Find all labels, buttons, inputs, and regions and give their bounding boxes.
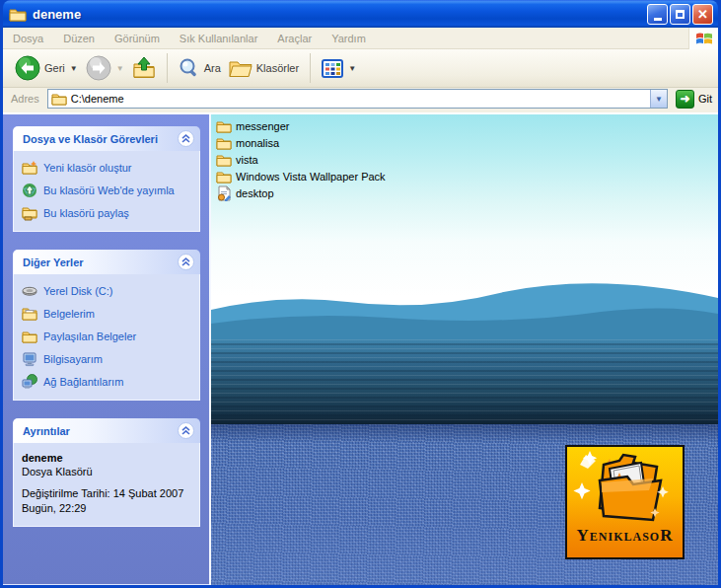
title-bar: deneme ✕ [3,0,718,28]
task-label: Bu klasörü paylaş [43,207,129,219]
address-bar: Adres C:\deneme ▼ ➜ Git [3,88,718,113]
place-my-documents[interactable]: Belgelerim [22,306,191,322]
file-name: messenger [236,120,289,132]
panel-title: Dosya ve Klasör Görevleri [23,133,158,145]
menu-yardim[interactable]: Yardım [322,33,376,44]
forward-dropdown-icon: ▼ [116,64,124,73]
shared-documents-icon [22,329,37,344]
ini-file-icon [216,185,232,201]
panel-title: Ayrıntılar [23,425,70,437]
folders-icon [229,57,252,79]
search-icon [179,57,200,79]
place-shared-documents[interactable]: Paylaşılan Belgeler [22,329,191,344]
details-modified-date: Değiştirilme Tarihi: 14 Şubat 2007 Bugün… [22,486,191,516]
task-label: Yeni klasör oluştur [43,162,131,174]
close-icon: ✕ [697,8,708,21]
panel-file-folder-tasks: Dosya ve Klasör Görevleri Yeni klasör ol… [13,126,200,232]
panel-title: Diğer Yerler [23,257,84,268]
folder-icon [216,169,232,184]
go-button[interactable]: ➜ Git [676,90,712,109]
file-row-messenger[interactable]: messenger [216,117,386,134]
file-view: messenger monalisa vista [209,114,718,585]
place-my-computer[interactable]: Bilgisayarım [22,351,191,367]
folder-icon [216,152,232,168]
file-row-monalisa[interactable]: monalisa [216,134,386,151]
back-icon [15,55,40,81]
panel-other-places: Diğer Yerler Yerel Disk (C:) [13,250,200,401]
folder-icon [216,135,232,151]
back-button[interactable]: Geri ▼ [11,53,82,83]
panel-header[interactable]: Ayrıntılar [13,418,200,443]
place-local-disk[interactable]: Yerel Disk (C:) [22,283,191,299]
file-name: monalisa [236,137,279,149]
place-label: Ağ Bağlantılarım [43,376,123,388]
address-dropdown-button[interactable]: ▼ [650,90,667,108]
search-button[interactable]: Ara [175,55,225,81]
file-name: vista [236,154,258,166]
collapse-chevron-icon[interactable] [178,422,194,439]
panel-header[interactable]: Dosya ve Klasör Görevleri [13,126,200,151]
place-label: Yerel Disk (C:) [43,285,113,297]
network-icon [22,374,37,390]
badge-text: YeniklasoR [577,526,674,546]
task-new-folder[interactable]: Yeni klasör oluştur [22,160,191,176]
forward-icon [86,55,111,81]
new-folder-icon [22,160,37,176]
menu-gorunum[interactable]: Görünüm [105,33,170,44]
forward-button[interactable]: ▼ [82,53,128,83]
file-row-vista[interactable]: vista [216,151,386,168]
up-button[interactable] [128,54,160,82]
search-label: Ara [204,62,221,74]
back-label: Geri [44,62,65,74]
folder-icon [216,118,232,134]
collapse-chevron-icon[interactable] [178,130,194,147]
panel-header[interactable]: Diğer Yerler [13,250,200,274]
task-publish-web[interactable]: Bu klasörü Web'de yayımla [22,183,191,198]
task-share-folder[interactable]: Bu klasörü paylaş [22,205,191,221]
maximize-button[interactable] [670,4,690,25]
collapse-chevron-icon[interactable] [178,254,194,270]
task-label: Bu klasörü Web'de yayımla [43,184,175,196]
menu-dosya[interactable]: Dosya [3,33,53,44]
views-button[interactable]: ▼ [318,57,360,80]
yeniklasor-badge: YeniklasoR [565,445,685,559]
task-pane: Dosya ve Klasör Görevleri Yeni klasör ol… [3,114,209,585]
window-folder-icon [9,7,27,22]
details-folder-type: Dosya Klasörü [22,466,191,478]
toolbar: Geri ▼ ▼ Ara [3,49,718,88]
minimize-button[interactable] [647,4,668,25]
back-dropdown-icon[interactable]: ▼ [70,64,78,73]
content-area: Dosya ve Klasör Görevleri Yeni klasör ol… [3,113,718,585]
toolbar-separator [167,53,168,83]
menu-duzen[interactable]: Düzen [53,33,105,44]
share-folder-icon [22,205,37,221]
maximize-icon [676,10,685,19]
go-arrow-icon: ➜ [676,90,694,109]
folders-button[interactable]: Klasörler [225,55,303,81]
menu-araclar[interactable]: Araçlar [267,33,322,44]
views-dropdown-icon[interactable]: ▼ [348,64,356,73]
place-label: Bilgisayarım [43,353,103,365]
place-label: Belgelerim [43,308,95,320]
file-name: desktop [236,187,274,199]
views-icon [322,59,343,78]
local-disk-icon [22,283,37,299]
folder-up-icon [132,56,156,80]
file-row-wallpaper-pack[interactable]: Windows Vista Wallpaper Pack [216,168,386,184]
place-network[interactable]: Ağ Bağlantılarım [22,374,191,390]
file-row-desktop[interactable]: desktop [216,184,386,201]
folders-label: Klasörler [256,62,299,74]
menu-bar: Dosya Düzen Görünüm Sık Kullanılanlar Ar… [3,28,718,49]
windows-logo-icon [688,28,718,49]
toolbar-separator [310,53,311,83]
go-label: Git [698,93,712,105]
close-button[interactable]: ✕ [692,4,713,25]
my-documents-icon [22,306,37,322]
address-label: Adres [11,93,39,105]
address-input[interactable]: C:\deneme ▼ [47,89,668,109]
my-computer-icon [22,351,37,367]
wallpaper-dusk-band [211,339,718,424]
explorer-window: deneme ✕ Dosya Düzen Görünüm Sık Kullanı… [0,0,721,588]
file-list: messenger monalisa vista [216,117,386,201]
menu-sik-kullanilanlar[interactable]: Sık Kullanılanlar [170,33,268,44]
